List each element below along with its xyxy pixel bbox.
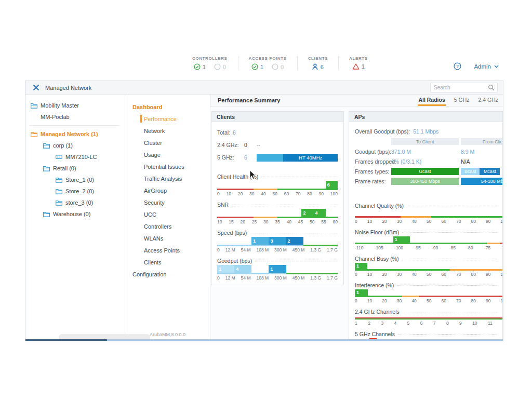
baseline-segment [254, 189, 277, 190]
baseline-segment [500, 243, 502, 244]
aps-row-label: Frame rates: [355, 178, 391, 184]
histogram-plot: 132 [217, 236, 338, 245]
scrollbar-thumb[interactable] [59, 334, 150, 339]
axis-tick: 1.3 G [310, 247, 321, 252]
value-bar-ucast: Ucast [391, 168, 459, 175]
band24-label: 2.4 GHz: [217, 142, 244, 148]
metric-controllers[interactable]: CONTROLLERS10 [182, 56, 238, 70]
histogram-bar: 1 [393, 236, 410, 243]
tree-item-managed-network-1-[interactable]: Managed Network (1) [25, 128, 125, 140]
menu-item-traffic-analysis[interactable]: Traffic Analysis [125, 172, 210, 184]
axis-tick: 80 [307, 191, 312, 196]
aps-row-cell: Ucast [391, 168, 459, 175]
tab-2-4-ghz[interactable]: 2.4 GHz [477, 95, 499, 106]
search-icon[interactable] [488, 84, 495, 91]
axis-tick: 10 [367, 219, 372, 224]
axis-tick: 4 [394, 321, 396, 326]
axis-tick: 450 M [292, 275, 305, 281]
window-bottom-edge [25, 339, 503, 341]
histogram-area: 141012 M54 M108 M300 M450 M1.3 G1.7 G [217, 264, 338, 281]
tab-all-radios[interactable]: All Radios [418, 95, 445, 106]
axis-tick: -70 [502, 245, 502, 250]
metric-item: 6 [312, 63, 324, 70]
baseline-segment [402, 296, 419, 297]
histogram-bar-value: 1 [395, 237, 397, 242]
menu-item-wlans[interactable]: WLANs [125, 232, 210, 244]
tree-item-store-2-0-[interactable]: Store_2 (0) [25, 185, 125, 197]
menu-item-access-points[interactable]: Access Points [125, 244, 210, 256]
axis-tick: -80 [467, 245, 473, 250]
tree-item-mm-poclab[interactable]: MM-Poclab [25, 111, 125, 123]
histogram-title: Interference (%) [355, 282, 394, 288]
histogram-bar-value: 4 [236, 267, 238, 272]
aps-panel-title: APs [349, 112, 502, 122]
menu-item-configuration[interactable]: Configuration [125, 268, 210, 280]
tree-item-warehouse-0-[interactable]: Warehouse (0) [25, 208, 125, 220]
histogram-title: Speed (bps) [217, 230, 247, 236]
histogram-baseline [355, 269, 502, 271]
tree-item-corp-1-[interactable]: corp (1) [25, 140, 125, 151]
overall-goodput-label: Overall Goodput (bps): [355, 128, 410, 135]
dotted-leader [397, 285, 497, 286]
menu-item-network[interactable]: Network [125, 125, 210, 137]
axis-tick: 7 [433, 321, 436, 326]
menu-item-controllers[interactable]: Controllers [125, 220, 210, 232]
user-menu[interactable]: Admin [474, 63, 499, 70]
axis-tick: -110 [355, 245, 363, 250]
histogram-speed-bps-: Speed (bps)132012 M54 M108 M300 M450 M1.… [217, 229, 338, 252]
metric-alerts[interactable]: ALERTS1 [338, 56, 378, 70]
aps-table-row: Frames dropped:0% (0/3.1 K)N/A [355, 156, 497, 166]
histogram-title: SNR [217, 202, 229, 208]
axis-tick: 40 [411, 219, 416, 224]
metric-label: CLIENTS [308, 56, 328, 61]
menu-item-clients[interactable]: Clients [125, 256, 210, 268]
histogram-bar: 1 [269, 265, 286, 273]
tree-item-store-3-0-[interactable]: store_3 (0) [25, 197, 125, 208]
tab-5-ghz[interactable]: 5 GHz [454, 95, 470, 106]
tree-item-mm7210-lc[interactable]: MM7210-LC [25, 151, 125, 163]
histogram-bar-value: 6 [327, 182, 330, 188]
menu-item-potential-issues[interactable]: Potential Issues [125, 161, 210, 172]
axis-tick: 108 M [257, 247, 269, 252]
baseline-segment [303, 245, 338, 246]
menu-item-cluster[interactable]: Cluster [125, 137, 210, 149]
histogram-plot: 1 [355, 236, 502, 243]
aps-table-row: Goodput (bps):371.0 M8.9 M [355, 147, 497, 156]
cell-value: 0% (0/3.1 K) [391, 158, 421, 165]
histogram-title: 2.4 GHz Channels [355, 309, 400, 315]
metric-value: 1 [203, 64, 206, 70]
axis-tick: 30 [397, 298, 402, 303]
baseline-segment [355, 216, 401, 218]
axis-tick: 108 M [257, 275, 269, 281]
menu-item-ucc[interactable]: UCC [125, 208, 210, 220]
metric-access-points[interactable]: ACCESS POINTS10 [238, 56, 297, 70]
dotted-leader [407, 206, 497, 206]
menu-item-security[interactable]: Security [125, 196, 210, 208]
help-icon[interactable]: ? [454, 62, 461, 70]
histogram-baseline [355, 216, 502, 218]
menu-item-usage[interactable]: Usage [125, 149, 210, 161]
menu-item-performance[interactable]: Performance [125, 113, 210, 125]
search-input[interactable] [431, 85, 488, 90]
menu-item-airgroup[interactable]: AirGroup [125, 184, 210, 196]
tree-item-retail-0-[interactable]: Retail (0) [25, 163, 125, 174]
metric-value: 0 [281, 64, 284, 70]
histogram-bar-value: 2 [303, 210, 305, 216]
tree-item-label: Store_2 (0) [65, 188, 94, 194]
tree-item-label: Managed Network (1) [41, 131, 98, 137]
axis-tick: 80 [471, 298, 476, 303]
aps-row-cell: 300-450 Mbps [391, 178, 459, 185]
axis-tick: 5 [407, 321, 410, 326]
tree-item-store-1-0-[interactable]: Store_1 (0) [25, 174, 125, 185]
axis-tick: 9 [459, 321, 462, 326]
close-network-icon[interactable] [33, 84, 39, 91]
search-box [430, 83, 498, 92]
histogram-bar: 1 [355, 263, 367, 269]
summary-bar: Performance Summary All Radios5 GHz2.4 G… [210, 95, 503, 107]
metric-clients[interactable]: CLIENTS6 [297, 56, 338, 70]
axis-tick: 30 [263, 219, 268, 224]
histogram-2-4-ghz-channels: 2.4 GHz Channels123456789101112 [355, 308, 497, 326]
folder-icon [56, 200, 62, 206]
tree-item-mobility-master[interactable]: Mobility Master [25, 100, 125, 111]
menu-item-dashboard[interactable]: Dashboard [125, 101, 210, 113]
